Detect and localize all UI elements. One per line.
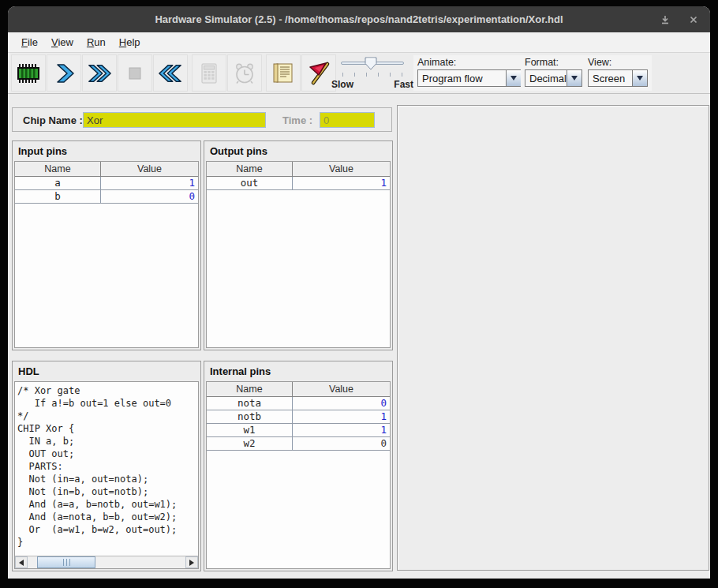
internal-pins-title: Internal pins [204, 361, 392, 380]
scrollbar-thumb[interactable] [37, 556, 95, 568]
run-button[interactable] [82, 54, 117, 92]
minimize-button[interactable] [658, 13, 672, 27]
pin-name: b [15, 190, 101, 203]
pin-name: notb [207, 410, 293, 423]
title-bar: Hardware Simulator (2.5) - /home/thomas/… [8, 6, 710, 32]
output-pins-table: Name Value out 1 [206, 161, 391, 348]
hdl-title: HDL [13, 361, 200, 380]
window-title: Hardware Simulator (2.5) - /home/thomas/… [55, 13, 663, 25]
output-pins-title: Output pins [204, 141, 392, 160]
column-value: Value [101, 162, 198, 176]
main-content: Chip Name : Xor Time : 0 Input pins Name… [8, 95, 710, 579]
hdl-horizontal-scrollbar[interactable] [15, 556, 198, 568]
hdl-panel: HDL /* Xor gate If a!=b out=1 else out=0… [12, 361, 201, 571]
format-group: Format: Decimal [521, 55, 586, 91]
chip-name-bar: Chip Name : Xor Time : 0 [12, 107, 392, 132]
hdl-code: /* Xor gate If a!=b out=1 else out=0 */ … [15, 382, 198, 549]
time-label: Time : [282, 114, 312, 126]
animate-dropdown-button[interactable] [506, 70, 521, 86]
alarm-clock-icon [231, 60, 258, 87]
scrollbar-track[interactable] [28, 556, 185, 568]
pin-value: 0 [293, 437, 390, 450]
pin-name: nota [207, 397, 293, 410]
animate-dropdown[interactable]: Program flow [417, 69, 522, 87]
table-row: a 1 [15, 177, 198, 190]
table-row: w2 0 [207, 437, 390, 451]
triangle-right-icon [189, 560, 194, 566]
pin-name: w2 [207, 437, 293, 450]
hdl-viewer: /* Xor gate If a!=b out=1 else out=0 */ … [14, 381, 199, 569]
slider-ticks [342, 73, 402, 77]
table-row: b 0 [15, 190, 198, 204]
chip-name-label: Chip Name : [23, 114, 83, 126]
menu-help[interactable]: Help [113, 33, 148, 51]
close-button[interactable] [686, 13, 701, 27]
run-double-arrow-icon [86, 61, 113, 86]
close-icon [688, 14, 699, 25]
view-dropdown[interactable]: Screen [588, 69, 648, 87]
clock-button [227, 54, 262, 92]
scroll-script-icon [270, 60, 297, 87]
input-pins-panel: Input pins Name Value a 1 b 0 [12, 140, 201, 350]
scroll-left-button[interactable] [15, 556, 28, 568]
animate-value: Program flow [418, 70, 506, 86]
calculator-icon [196, 60, 223, 87]
single-step-button[interactable] [47, 54, 81, 92]
table-header: Name Value [207, 382, 390, 397]
animate-group: Animate: Program flow [413, 55, 525, 91]
view-hdl-button[interactable] [266, 54, 301, 92]
slider-slow-label: Slow [331, 79, 353, 90]
menu-file[interactable]: File [15, 33, 45, 51]
table-row: w1 1 [207, 424, 390, 437]
speed-slider[interactable]: Slow Fast [330, 54, 413, 92]
red-flag-icon [305, 60, 332, 87]
input-pins-table: Name Value a 1 b 0 [14, 161, 199, 348]
internal-pins-table: Name Value nota 0 notb 1 w1 1 w2 0 [206, 381, 391, 569]
view-dropdown-button[interactable] [632, 70, 647, 86]
menu-bar: File View Run Help [8, 32, 710, 53]
view-label: View: [588, 57, 648, 68]
chevron-down-icon [510, 76, 517, 81]
pin-value[interactable]: 0 [101, 190, 198, 203]
menu-view[interactable]: View [45, 33, 80, 51]
scroll-right-button[interactable] [185, 556, 198, 568]
reset-button[interactable] [153, 54, 188, 92]
pin-name: a [15, 177, 101, 189]
stop-square-icon [122, 60, 148, 87]
slider-fast-label: Fast [394, 79, 413, 90]
column-value: Value [293, 382, 390, 396]
pin-value: 0 [293, 397, 390, 410]
chip-icon [15, 60, 42, 87]
view-group: View: Screen [584, 55, 652, 91]
slider-thumb[interactable] [365, 57, 377, 70]
table-header: Name Value [15, 162, 198, 177]
pin-name: w1 [207, 424, 293, 436]
screen-view-panel [397, 105, 709, 571]
input-pins-title: Input pins [13, 141, 200, 160]
format-value: Decimal [525, 70, 567, 86]
internal-pins-panel: Internal pins Name Value nota 0 notb 1 w… [204, 361, 393, 571]
chip-name-field[interactable]: Xor [83, 112, 266, 128]
table-row: out 1 [207, 177, 390, 190]
view-value: Screen [589, 70, 632, 86]
minimize-icon [660, 14, 671, 25]
pin-value: 1 [293, 424, 390, 436]
load-chip-button[interactable] [11, 54, 46, 92]
column-name: Name [15, 162, 101, 176]
column-value: Value [293, 162, 390, 176]
time-field: 0 [320, 112, 375, 128]
pin-name: out [207, 177, 293, 189]
format-dropdown[interactable]: Decimal [525, 69, 582, 87]
format-label: Format: [525, 57, 582, 68]
app-window: Hardware Simulator (2.5) - /home/thomas/… [8, 6, 710, 579]
format-dropdown-button[interactable] [567, 70, 582, 86]
step-arrow-icon [50, 60, 77, 87]
pin-value[interactable]: 1 [101, 177, 198, 189]
animate-label: Animate: [417, 57, 522, 68]
column-name: Name [207, 162, 293, 176]
menu-run[interactable]: Run [80, 33, 113, 51]
pin-value: 1 [293, 177, 390, 189]
reset-double-arrow-icon [157, 61, 184, 86]
toolbar: Slow Fast Animate: Program flow Format: … [8, 53, 710, 94]
table-header: Name Value [207, 162, 390, 177]
